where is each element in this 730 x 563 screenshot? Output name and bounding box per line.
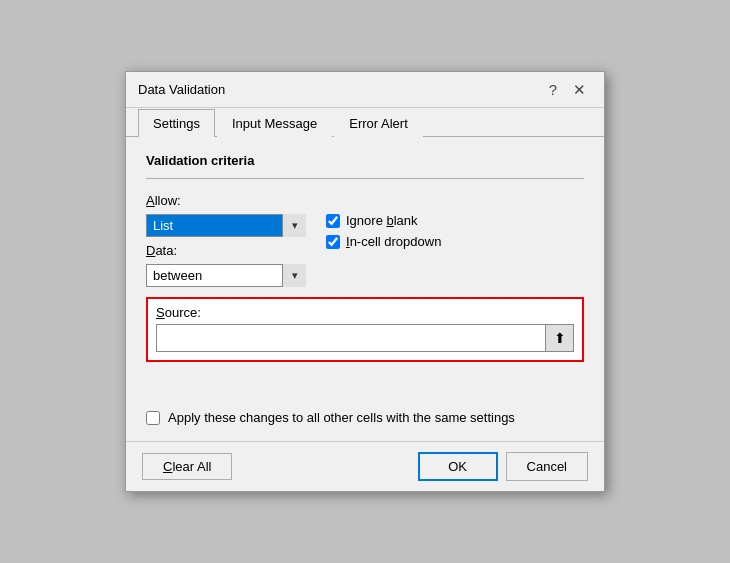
tab-settings[interactable]: Settings	[138, 109, 215, 137]
content: Validation criteria Allow: List Any valu…	[126, 137, 604, 441]
source-section: Source: ⬆	[146, 297, 584, 362]
data-label: Data:	[146, 243, 306, 258]
source-input-row: ⬆	[156, 324, 574, 352]
footer-right: OK Cancel	[418, 452, 588, 481]
apply-row: Apply these changes to all other cells w…	[146, 410, 584, 425]
allow-label: Allow:	[146, 193, 306, 208]
tabs: Settings Input Message Error Alert	[126, 108, 604, 137]
ignore-blank-row: Ignore blank	[326, 213, 441, 228]
tab-error-alert[interactable]: Error Alert	[334, 109, 423, 137]
incell-dropdown-row: In-cell dropdown	[326, 234, 441, 249]
apply-checkbox[interactable]	[146, 411, 160, 425]
help-button[interactable]: ?	[543, 80, 563, 99]
dialog: Data Validation ? ✕ Settings Input Messa…	[125, 71, 605, 492]
cancel-button[interactable]: Cancel	[506, 452, 588, 481]
ignore-blank-checkbox[interactable]	[326, 214, 340, 228]
footer-left: Clear All	[142, 453, 232, 480]
title-actions: ? ✕	[543, 80, 592, 99]
title-bar-left: Data Validation	[138, 82, 225, 97]
allow-select[interactable]: List Any value Whole number Decimal Date…	[146, 214, 306, 237]
dialog-title: Data Validation	[138, 82, 225, 97]
form-row-allow: Allow: List Any value Whole number Decim…	[146, 193, 584, 287]
incell-dropdown-label: In-cell dropdown	[346, 234, 441, 249]
allow-data-col: Allow: List Any value Whole number Decim…	[146, 193, 306, 287]
divider	[146, 178, 584, 179]
incell-dropdown-checkbox[interactable]	[326, 235, 340, 249]
source-collapse-icon: ⬆	[554, 330, 566, 346]
footer: Clear All OK Cancel	[126, 441, 604, 491]
clear-all-button[interactable]: Clear All	[142, 453, 232, 480]
source-input[interactable]	[157, 327, 545, 350]
validation-criteria-label: Validation criteria	[146, 153, 584, 168]
allow-select-wrapper: List Any value Whole number Decimal Date…	[146, 214, 306, 237]
ignore-blank-label: Ignore blank	[346, 213, 418, 228]
spacer	[146, 362, 584, 402]
data-select[interactable]: between not between equal to not equal t…	[146, 264, 306, 287]
source-collapse-button[interactable]: ⬆	[545, 325, 573, 351]
close-button[interactable]: ✕	[567, 80, 592, 99]
title-bar: Data Validation ? ✕	[126, 72, 604, 108]
ok-button[interactable]: OK	[418, 452, 498, 481]
checkboxes-col: Ignore blank In-cell dropdown	[326, 193, 441, 249]
source-label: Source:	[156, 305, 574, 320]
data-select-wrapper: between not between equal to not equal t…	[146, 264, 306, 287]
tab-input-message[interactable]: Input Message	[217, 109, 332, 137]
apply-label: Apply these changes to all other cells w…	[168, 410, 515, 425]
